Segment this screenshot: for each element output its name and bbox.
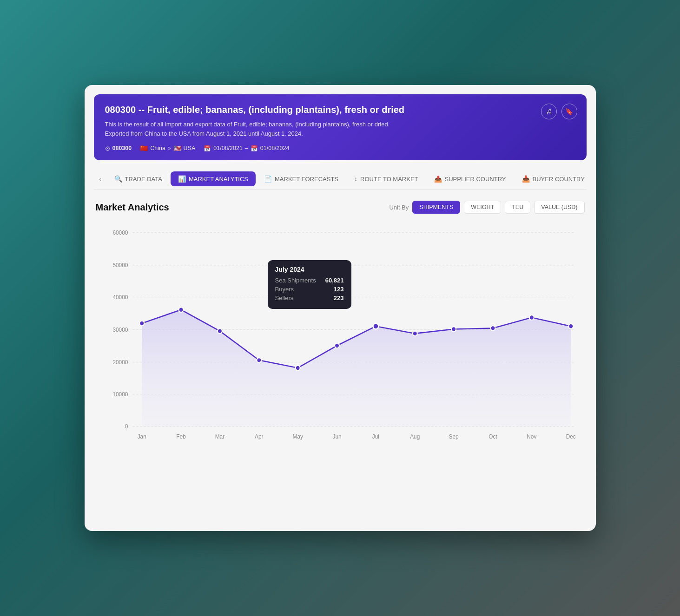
document-icon: 📄 bbox=[264, 175, 272, 183]
header-description: This is the result of all import and exp… bbox=[105, 120, 575, 138]
unit-shipments-btn[interactable]: SHIPMENTS bbox=[412, 201, 460, 214]
page-title: 080300 -- Fruit, edible; bananas, (inclu… bbox=[105, 105, 575, 115]
svg-text:Nov: Nov bbox=[527, 433, 537, 440]
svg-text:Jan: Jan bbox=[137, 433, 146, 440]
buyer-icon: 📥 bbox=[522, 175, 530, 183]
bookmark-icon: 🔖 bbox=[565, 108, 573, 115]
nav-bar: ‹ 🔍 TRADE DATA 📊 MARKET ANALYTICS 📄 MARK… bbox=[94, 169, 587, 190]
hs-code-meta: ⊙ 080300 bbox=[105, 145, 132, 152]
bar-chart-icon: 📊 bbox=[178, 175, 186, 183]
tab-market-forecasts[interactable]: 📄 MARKET FORECASTS bbox=[257, 171, 346, 186]
data-point-dec[interactable] bbox=[568, 324, 573, 328]
svg-text:40000: 40000 bbox=[112, 294, 128, 301]
data-point-apr[interactable] bbox=[257, 358, 261, 362]
bookmark-button[interactable]: 🔖 bbox=[561, 104, 577, 119]
chart-area-fill bbox=[142, 310, 571, 426]
svg-text:20000: 20000 bbox=[112, 359, 128, 365]
data-point-jan[interactable] bbox=[139, 321, 144, 326]
data-point-sep[interactable] bbox=[451, 327, 456, 331]
tab-supplier-country[interactable]: 📤 SUPPLIER COUNTRY bbox=[427, 171, 514, 186]
svg-text:May: May bbox=[292, 433, 303, 440]
route-meta: 🇨🇳 China » 🇺🇸 USA bbox=[140, 144, 195, 152]
svg-text:10000: 10000 bbox=[112, 391, 128, 397]
tab-buyer-label: BUYER COUNTRY bbox=[533, 176, 585, 183]
origin-flag: 🇨🇳 bbox=[140, 144, 148, 152]
line-chart: 0 10000 20000 30000 40000 50000 60000 bbox=[96, 223, 585, 446]
nav-prev[interactable]: ‹ bbox=[94, 172, 107, 185]
arrow-separator: » bbox=[168, 145, 171, 151]
content-area: Market Analytics Unit By SHIPMENTS WEIGH… bbox=[94, 201, 587, 446]
data-point-may[interactable] bbox=[295, 366, 300, 370]
svg-text:Dec: Dec bbox=[566, 433, 575, 440]
supplier-icon: 📤 bbox=[434, 175, 442, 183]
svg-text:50000: 50000 bbox=[112, 262, 128, 269]
tab-supplier-label: SUPPLIER COUNTRY bbox=[445, 176, 506, 183]
svg-text:60000: 60000 bbox=[112, 229, 128, 236]
header-banner: 🖨 🔖 080300 -- Fruit, edible; bananas, (i… bbox=[94, 94, 587, 160]
header-icons: 🖨 🔖 bbox=[541, 104, 577, 119]
svg-text:Oct: Oct bbox=[489, 433, 497, 440]
unit-value-btn[interactable]: VALUE (USD) bbox=[534, 201, 584, 214]
print-button[interactable]: 🖨 bbox=[541, 104, 557, 119]
unit-by-label: Unit By bbox=[389, 204, 409, 211]
chart-title: Market Analytics bbox=[96, 202, 169, 213]
data-point-aug[interactable] bbox=[412, 331, 417, 336]
hs-code-icon: ⊙ bbox=[105, 145, 110, 152]
svg-text:Apr: Apr bbox=[255, 433, 264, 440]
chart-header: Market Analytics Unit By SHIPMENTS WEIGH… bbox=[96, 201, 585, 214]
svg-text:Feb: Feb bbox=[176, 433, 186, 440]
tab-route-to-market[interactable]: ↕ ROUTE TO MARKET bbox=[347, 171, 425, 186]
svg-text:Sep: Sep bbox=[449, 433, 458, 440]
tab-market-analytics-label: MARKET ANALYTICS bbox=[189, 176, 248, 183]
data-point-oct[interactable] bbox=[490, 326, 495, 330]
svg-text:Jun: Jun bbox=[332, 433, 341, 440]
calendar-icon-2: 📅 bbox=[251, 145, 258, 152]
route-icon: ↕ bbox=[354, 175, 357, 183]
data-point-jun[interactable] bbox=[335, 343, 339, 348]
date-range-meta: 📅 01/08/2021 – 📅 01/08/2024 bbox=[204, 145, 289, 152]
calendar-icon: 📅 bbox=[204, 145, 211, 152]
tab-buyer-country[interactable]: 📥 BUYER COUNTRY bbox=[515, 171, 587, 186]
nav-tabs: 🔍 TRADE DATA 📊 MARKET ANALYTICS 📄 MARKET… bbox=[107, 171, 587, 186]
dest-flag: 🇺🇸 bbox=[173, 144, 181, 152]
data-point-feb[interactable] bbox=[178, 308, 183, 312]
unit-weight-btn[interactable]: WEIGHT bbox=[464, 201, 501, 214]
tab-trade-data-label: TRADE DATA bbox=[125, 176, 162, 183]
svg-text:Jul: Jul bbox=[372, 433, 379, 440]
unit-teu-btn[interactable]: TEU bbox=[505, 201, 530, 214]
print-icon: 🖨 bbox=[546, 108, 552, 115]
data-point-nov[interactable] bbox=[529, 315, 534, 320]
tab-market-forecasts-label: MARKET FORECASTS bbox=[275, 176, 338, 183]
svg-text:Aug: Aug bbox=[410, 433, 420, 440]
tab-market-analytics[interactable]: 📊 MARKET ANALYTICS bbox=[171, 171, 256, 186]
svg-text:Mar: Mar bbox=[215, 433, 224, 440]
tab-route-label: ROUTE TO MARKET bbox=[360, 176, 418, 183]
search-icon: 🔍 bbox=[114, 175, 122, 183]
chart-container: 0 10000 20000 30000 40000 50000 60000 bbox=[96, 223, 585, 446]
app-window: 🖨 🔖 080300 -- Fruit, edible; bananas, (i… bbox=[85, 85, 596, 531]
svg-text:0: 0 bbox=[125, 423, 128, 430]
data-point-mar[interactable] bbox=[218, 328, 222, 333]
unit-by-controls: Unit By SHIPMENTS WEIGHT TEU VALUE (USD) bbox=[389, 201, 584, 214]
tab-trade-data[interactable]: 🔍 TRADE DATA bbox=[107, 171, 170, 186]
data-point-jul[interactable] bbox=[373, 323, 378, 329]
header-meta: ⊙ 080300 🇨🇳 China » 🇺🇸 USA 📅 01/08/2021 … bbox=[105, 144, 575, 152]
chevron-left-icon: ‹ bbox=[99, 175, 101, 183]
svg-text:30000: 30000 bbox=[112, 326, 128, 333]
